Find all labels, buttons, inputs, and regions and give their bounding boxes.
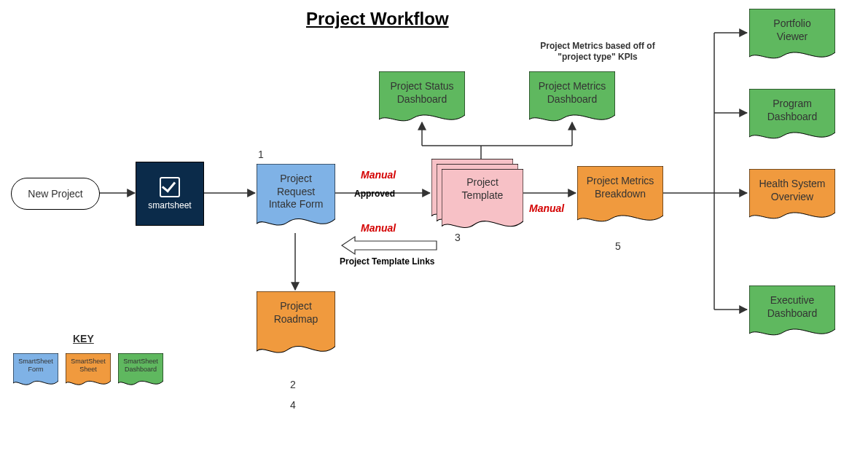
key-sheet-label: SmartSheet Sheet bbox=[66, 358, 111, 390]
manual-label-1: Manual bbox=[361, 169, 396, 181]
diagram-canvas: Project Workflow Project Metrics based o… bbox=[0, 0, 868, 453]
seq-5: 5 bbox=[615, 240, 621, 252]
node-roadmap: Project Roadmap bbox=[257, 291, 335, 361]
node-template: Project Template bbox=[442, 169, 523, 236]
node-intake-form: Project Request Intake Form bbox=[257, 164, 335, 233]
seq-4: 4 bbox=[290, 399, 296, 411]
key-sheet: SmartSheet Sheet bbox=[66, 353, 111, 390]
key-dashboard-label: SmartSheet Dashboard bbox=[118, 358, 163, 390]
key-form-label: SmartSheet Form bbox=[13, 358, 58, 390]
node-portfolio: Portfolio Viewer bbox=[749, 9, 835, 66]
key-form: SmartSheet Form bbox=[13, 353, 58, 390]
node-roadmap-label: Project Roadmap bbox=[257, 300, 335, 361]
node-metrics-breakdown: Project Metrics Breakdown bbox=[577, 166, 663, 229]
node-status-dash-label: Project Status Dashboard bbox=[379, 80, 465, 128]
node-new-project-label: New Project bbox=[28, 188, 82, 200]
node-exec-label: Executive Dashboard bbox=[749, 294, 835, 342]
node-health-label: Health System Overview bbox=[749, 178, 835, 226]
seq-1: 1 bbox=[258, 149, 264, 160]
node-template-label: Project Template bbox=[442, 176, 523, 236]
node-smartsheet-label: smartsheet bbox=[148, 200, 191, 210]
node-new-project: New Project bbox=[11, 178, 100, 210]
key-title: KEY bbox=[73, 333, 94, 344]
seq-2: 2 bbox=[290, 379, 296, 390]
node-smartsheet: smartsheet bbox=[136, 162, 204, 226]
node-intake-label: Project Request Intake Form bbox=[257, 173, 335, 233]
node-metrics-breakdown-label: Project Metrics Breakdown bbox=[577, 175, 663, 229]
node-template-stack: Project Template bbox=[431, 159, 526, 232]
manual-label-3: Manual bbox=[529, 202, 564, 214]
node-program-label: Program Dashboard bbox=[749, 98, 835, 146]
node-metrics-dash-label: Project Metrics Dashboard bbox=[529, 80, 615, 128]
seq-3: 3 bbox=[455, 232, 461, 243]
node-status-dashboard: Project Status Dashboard bbox=[379, 71, 465, 128]
node-metrics-dashboard: Project Metrics Dashboard bbox=[529, 71, 615, 128]
node-health: Health System Overview bbox=[749, 169, 835, 226]
node-executive: Executive Dashboard bbox=[749, 285, 835, 342]
manual-label-2: Manual bbox=[361, 222, 396, 234]
check-icon bbox=[160, 177, 180, 197]
node-portfolio-label: Portfolio Viewer bbox=[749, 17, 835, 66]
key-dashboard: SmartSheet Dashboard bbox=[118, 353, 163, 390]
approved-label: Approved bbox=[354, 189, 395, 199]
node-program: Program Dashboard bbox=[749, 89, 835, 146]
template-links-label: Project Template Links bbox=[340, 256, 434, 267]
